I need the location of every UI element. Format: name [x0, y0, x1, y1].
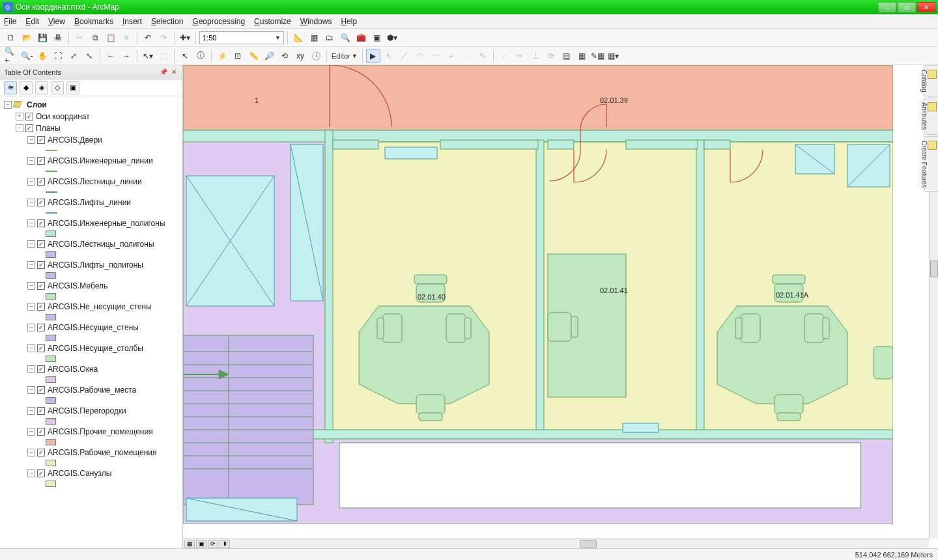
- layer-group[interactable]: Оси координат: [36, 112, 90, 121]
- arc-toolbox-button[interactable]: 🧰: [354, 31, 368, 45]
- panel-close-button[interactable]: ✕: [170, 68, 178, 76]
- editor-menu[interactable]: Editor▼: [330, 52, 359, 60]
- menu-edit[interactable]: Edit: [25, 17, 39, 26]
- side-tab-create-features[interactable]: Create Features: [924, 136, 938, 192]
- checkbox[interactable]: ✓: [37, 365, 45, 373]
- toc-tree[interactable]: − Слои + ✓ Оси координат − ✓ Планы −✓ARC…: [0, 96, 182, 548]
- checkbox[interactable]: ✓: [37, 303, 45, 311]
- back-button[interactable]: ←: [104, 49, 118, 63]
- add-data-button[interactable]: ✚▾: [178, 31, 192, 45]
- goto-xy-button[interactable]: xy: [293, 49, 307, 63]
- search-button[interactable]: 🔍: [338, 31, 352, 45]
- full-extent-button[interactable]: ⛶: [51, 49, 65, 63]
- expander[interactable]: −: [27, 469, 35, 477]
- split-button[interactable]: ⊥: [528, 49, 543, 63]
- expander[interactable]: −: [27, 303, 35, 311]
- right-angle-button[interactable]: ⌐: [444, 49, 459, 63]
- find-route-button[interactable]: ⟲: [277, 49, 292, 63]
- zoom-out-button[interactable]: 🔍-: [20, 49, 34, 63]
- layer-group[interactable]: Планы: [36, 124, 61, 133]
- layer-name[interactable]: ARCGIS.Рабочие_места: [48, 385, 136, 395]
- pause-button[interactable]: ⏸: [220, 540, 230, 548]
- expander[interactable]: −: [27, 428, 35, 436]
- layer-row[interactable]: −✓ARCGIS.Прочие_помещения: [1, 426, 180, 438]
- checkbox[interactable]: ✓: [37, 449, 45, 456]
- close-button[interactable]: ✕: [917, 2, 935, 12]
- layer-row[interactable]: −✓ARCGIS.Не_несущие_стены: [1, 301, 180, 313]
- select-elements-button[interactable]: ↖: [178, 49, 192, 63]
- expander[interactable]: −: [27, 178, 35, 186]
- layer-name[interactable]: ARCGIS.Лифты_линии: [48, 198, 131, 207]
- menu-selection[interactable]: Selection: [151, 17, 183, 26]
- layout-view-button[interactable]: ▣: [196, 540, 206, 548]
- layer-name[interactable]: ARCGIS.Не_несущие_стены: [48, 302, 152, 311]
- delete-button[interactable]: ✕: [119, 31, 134, 45]
- expander[interactable]: −: [27, 199, 35, 206]
- data-view-button[interactable]: ▦: [184, 540, 195, 548]
- copy-button[interactable]: ⧉: [88, 31, 102, 45]
- scrollbar-thumb[interactable]: [580, 540, 597, 548]
- root-name[interactable]: Слои: [27, 100, 47, 109]
- zoom-in-button[interactable]: 🔍+: [4, 49, 18, 63]
- layer-row[interactable]: −✓ARCGIS.Мебель: [1, 280, 180, 292]
- straight-segment-button[interactable]: ／: [397, 49, 412, 63]
- pan-button[interactable]: ✋: [35, 49, 50, 63]
- layer-row[interactable]: −✓ARCGIS.Рабочие_помещения: [1, 447, 180, 458]
- minimize-button[interactable]: –: [878, 2, 896, 12]
- identify-button[interactable]: ⓘ: [193, 49, 208, 63]
- checkbox[interactable]: ✓: [37, 344, 45, 352]
- menu-geoprocessing[interactable]: Geoprocessing: [192, 17, 245, 26]
- side-tab-attributes[interactable]: Attributes: [924, 98, 938, 134]
- layer-name[interactable]: ARCGIS.Инженерные_линии: [48, 156, 153, 165]
- expander[interactable]: −: [27, 344, 35, 352]
- toc-tab-selection[interactable]: ◇: [51, 81, 64, 94]
- model-builder-button[interactable]: ⬢▾: [385, 31, 399, 45]
- expander[interactable]: −: [27, 282, 35, 290]
- side-tab-catalog[interactable]: Catalog: [924, 65, 938, 96]
- menu-insert[interactable]: Insert: [122, 17, 142, 26]
- menu-file[interactable]: File: [4, 17, 16, 26]
- menu-bookmarks[interactable]: Bookmarks: [74, 17, 113, 26]
- table-button[interactable]: ▦: [307, 31, 321, 45]
- html-popup-button[interactable]: ⊡: [231, 49, 245, 63]
- open-button[interactable]: 📂: [20, 31, 34, 45]
- select-features-button[interactable]: ↖▾: [141, 49, 155, 63]
- edit-annotation-button[interactable]: ↖: [382, 49, 396, 63]
- pin-button[interactable]: 📌: [160, 68, 167, 76]
- layer-name[interactable]: ARCGIS.Перегородки: [48, 406, 126, 415]
- hyperlink-button[interactable]: ⚡: [215, 49, 229, 63]
- save-button[interactable]: 💾: [35, 31, 50, 45]
- layer-name[interactable]: ARCGIS.Санузлы: [48, 469, 111, 478]
- find-button[interactable]: 🔎: [262, 49, 276, 63]
- layer-row[interactable]: −✓ARCGIS.Лестницы_линии: [1, 176, 180, 188]
- menu-help[interactable]: Help: [341, 17, 357, 26]
- attributes-button[interactable]: ▤: [560, 49, 574, 63]
- layer-row[interactable]: −✓ARCGIS.Окна: [1, 363, 180, 375]
- layer-row[interactable]: −✓ARCGIS.Перегородки: [1, 405, 180, 417]
- editor-toolbar-button[interactable]: 📐: [291, 31, 306, 45]
- checkbox[interactable]: ✓: [37, 324, 45, 331]
- toc-tab-drawing-order[interactable]: ≋: [4, 81, 17, 94]
- checkbox[interactable]: ✓: [37, 240, 45, 248]
- expander[interactable]: −: [27, 324, 35, 331]
- sketch-properties-button[interactable]: ▦: [575, 49, 590, 63]
- fixed-zoom-out-button[interactable]: ⤡: [82, 49, 96, 63]
- layer-row[interactable]: −✓ARCGIS.Рабочие_места: [1, 384, 180, 396]
- map-horizontal-scrollbar[interactable]: [238, 540, 921, 548]
- checkbox[interactable]: ✓: [37, 407, 45, 415]
- checkbox[interactable]: ✓: [25, 124, 33, 132]
- print-button[interactable]: 🖶: [51, 31, 65, 45]
- layer-name[interactable]: ARCGIS.Инженерные_полигоны: [48, 219, 165, 228]
- create-features-button[interactable]: ✎▦: [591, 49, 605, 63]
- map-view[interactable]: 1 02.01.39 02.01.40 02.01.41 02.01.41A ▦…: [182, 65, 938, 548]
- layer-row[interactable]: −✓ARCGIS.Санузлы: [1, 468, 180, 479]
- rotate-button[interactable]: ⟳: [544, 49, 558, 63]
- redo-button[interactable]: ↷: [156, 31, 171, 45]
- edit-vertices-button[interactable]: ✎: [476, 49, 490, 63]
- layer-name[interactable]: ARCGIS.Лифты_полигоны: [48, 260, 143, 270]
- layer-row[interactable]: −✓ARCGIS.Инженерные_линии: [1, 155, 180, 167]
- time-slider-button[interactable]: 🕓: [309, 49, 323, 63]
- expander[interactable]: −: [16, 124, 23, 132]
- cut-polygons-button[interactable]: ✂: [513, 49, 527, 63]
- new-button[interactable]: 🗋: [4, 31, 18, 45]
